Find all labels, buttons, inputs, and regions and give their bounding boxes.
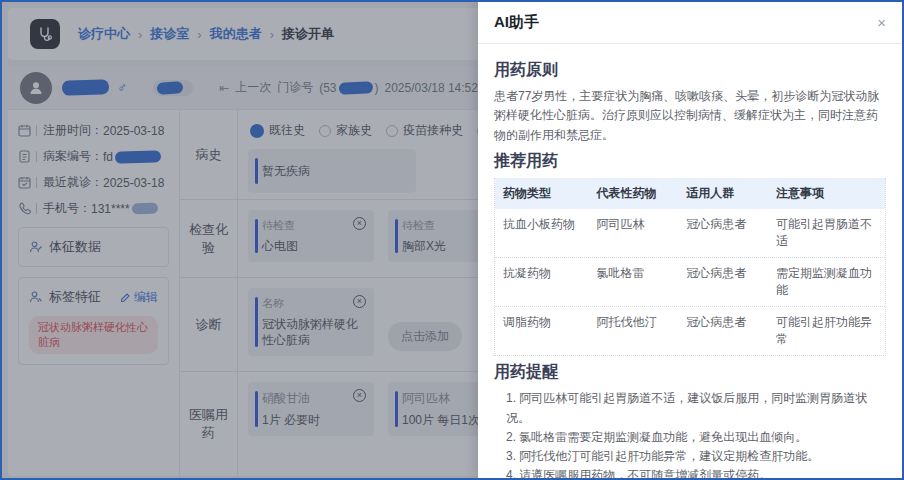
reminder-item: 4. 请遵医嘱服用药物，不可随意增减剂量或停药。 <box>506 466 886 478</box>
reminders-heading: 用药提醒 <box>494 362 886 383</box>
app-window: 诊疗中心 › 接诊室 › 我的患者 › 接诊开单 ♂ ⇤ 上一次 <box>0 0 904 480</box>
table-cell: 需定期监测凝血功能 <box>768 258 885 306</box>
reminder-item: 2. 氯吡格雷需要定期监测凝血功能，避免出现出血倾向。 <box>506 428 886 447</box>
table-row: 调脂药物 阿托伐他汀 冠心病患者 可能引起肝功能异常 <box>495 307 885 355</box>
dim-overlay <box>2 2 478 478</box>
principles-heading: 用药原则 <box>494 60 886 81</box>
table-cell: 冠心病患者 <box>678 258 768 306</box>
reminder-item: 3. 阿托伐他汀可能引起肝功能异常，建议定期检查肝功能。 <box>506 447 886 466</box>
ai-assistant-drawer: AI助手 × 用药原则 患者77岁男性，主要症状为胸痛、咳嗽咳痰、头晕，初步诊断… <box>478 2 902 478</box>
recommend-table: 药物类型 代表性药物 适用人群 注意事项 抗血小板药物 阿司匹林 冠心病患者 可… <box>494 178 886 356</box>
table-cell: 氯吡格雷 <box>589 258 679 306</box>
recommend-heading: 推荐用药 <box>494 151 886 172</box>
table-cell: 可能引起肝功能异常 <box>768 307 885 355</box>
column-header: 药物类型 <box>495 178 589 209</box>
close-icon[interactable]: × <box>877 15 886 30</box>
table-cell: 冠心病患者 <box>678 209 768 257</box>
ai-drawer-title: AI助手 <box>494 13 539 32</box>
column-header: 适用人群 <box>678 178 768 209</box>
table-cell: 抗血小板药物 <box>495 209 589 257</box>
ai-drawer-body: 用药原则 患者77岁男性，主要症状为胸痛、咳嗽咳痰、头晕，初步诊断为冠状动脉粥样… <box>478 44 902 478</box>
reminder-item: 1. 阿司匹林可能引起胃肠道不适，建议饭后服用，同时监测胃肠道状况。 <box>506 389 886 427</box>
column-header: 代表性药物 <box>589 178 679 209</box>
table-cell: 抗凝药物 <box>495 258 589 306</box>
table-cell: 阿托伐他汀 <box>589 307 679 355</box>
table-cell: 阿司匹林 <box>589 209 679 257</box>
main-page: 诊疗中心 › 接诊室 › 我的患者 › 接诊开单 ♂ ⇤ 上一次 <box>2 2 478 478</box>
ai-drawer-header: AI助手 × <box>478 2 902 44</box>
table-row: 抗血小板药物 阿司匹林 冠心病患者 可能引起胃肠道不适 <box>495 209 885 258</box>
table-row: 抗凝药物 氯吡格雷 冠心病患者 需定期监测凝血功能 <box>495 258 885 307</box>
principles-text: 患者77岁男性，主要症状为胸痛、咳嗽咳痰、头晕，初步诊断为冠状动脉粥样硬化性心脏… <box>494 87 886 145</box>
table-cell: 冠心病患者 <box>678 307 768 355</box>
table-cell: 可能引起胃肠道不适 <box>768 209 885 257</box>
table-cell: 调脂药物 <box>495 307 589 355</box>
reminders-list: 1. 阿司匹林可能引起胃肠道不适，建议饭后服用，同时监测胃肠道状况。 2. 氯吡… <box>506 389 886 478</box>
column-header: 注意事项 <box>768 178 885 209</box>
table-header-row: 药物类型 代表性药物 适用人群 注意事项 <box>495 178 885 209</box>
